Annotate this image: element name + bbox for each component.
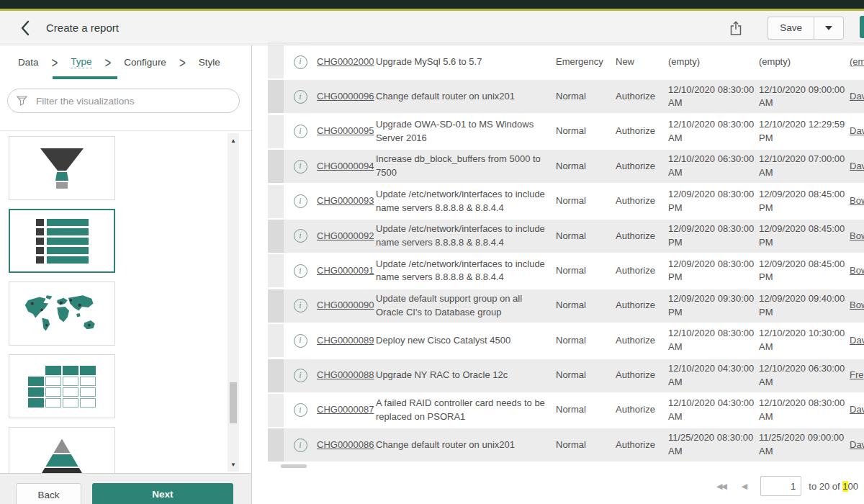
table-row: i CHG0000093 Update /etc/network/interfa… [268, 185, 864, 218]
table-row: i CHG0000087 A failed RAID controller ca… [268, 394, 864, 427]
step-type[interactable]: Type [71, 56, 91, 68]
assigned-to-link[interactable]: Bow [850, 299, 864, 312]
previous-page-icon[interactable]: ◀ [742, 482, 747, 491]
info-icon: i [294, 55, 307, 69]
share-icon [729, 20, 742, 36]
assigned-to-link[interactable]: Fre [850, 369, 864, 382]
change-number-link[interactable]: CHG0000089 [317, 334, 376, 348]
report-preview-table: i CHG0002000 Upgrade MySql 5.6 to 5.7 Em… [268, 42, 864, 463]
change-number-link[interactable]: CHG0000086 [317, 438, 376, 452]
info-icon: i [294, 299, 307, 312]
planned-end-date: 12/10/2020 06:30:00 AM [759, 362, 850, 390]
back-button[interactable]: Back [16, 483, 81, 504]
change-number-link[interactable]: CHG0000093 [317, 194, 376, 208]
funnel-chart-icon [36, 146, 88, 191]
viz-tile-funnel[interactable] [9, 136, 115, 200]
pyramid-chart-icon [38, 439, 86, 474]
short-description: Upgrade MySql 5.6 to 5.7 [376, 55, 556, 69]
change-type: Normal [556, 369, 616, 382]
row-info-button[interactable]: i [284, 403, 317, 417]
row-info-button[interactable]: i [284, 55, 317, 69]
step-data[interactable]: Data [18, 57, 39, 68]
viz-tile-list[interactable] [9, 209, 115, 273]
change-number-link[interactable]: CHG0000094 [317, 160, 376, 174]
planned-start-date: 12/10/2020 04:30:00 AM [668, 362, 759, 390]
row-info-button[interactable]: i [284, 264, 317, 278]
row-info-button[interactable]: i [284, 194, 317, 208]
assigned-to-link[interactable]: Bow [850, 230, 864, 243]
viz-tile-heatmap[interactable] [9, 354, 115, 418]
short-description: Increase db_block_buffers from 5000 to 7… [376, 153, 556, 180]
row-info-button[interactable]: i [284, 125, 317, 138]
planned-end-date: 12/09/2020 09:40:00 PM [759, 292, 850, 320]
change-state: Authorize [616, 438, 668, 452]
header-bar: Create a report Save [0, 11, 864, 45]
planned-end-date: 12/09/2020 08:45:00 PM [759, 188, 850, 215]
short-description: Deploy new Cisco Catalyst 4500 [376, 334, 556, 348]
change-state: Authorize [616, 160, 668, 174]
active-step-indicator [53, 76, 117, 79]
change-state: Authorize [616, 125, 668, 138]
assigned-to-link[interactable]: Dav [850, 334, 864, 348]
first-page-icon[interactable]: ◀◀ [716, 482, 726, 491]
row-info-button[interactable]: i [284, 90, 317, 104]
change-number-link[interactable]: CHG0000096 [317, 90, 376, 104]
change-type: Normal [556, 125, 616, 138]
change-number-link[interactable]: CHG0000087 [317, 403, 376, 417]
filter-visualizations-input[interactable] [35, 95, 230, 107]
assigned-to-link[interactable]: Dav [850, 90, 864, 104]
row-info-button[interactable]: i [284, 229, 317, 243]
viz-tile-pyramid[interactable] [9, 427, 115, 474]
row-info-button[interactable]: i [284, 369, 317, 382]
row-left-gutter [268, 254, 284, 287]
planned-end-date: 12/10/2020 10:30:00 AM [759, 327, 850, 354]
filter-funnel-icon [17, 95, 27, 107]
chevron-right-icon: > [52, 54, 58, 70]
row-info-button[interactable]: i [284, 334, 317, 348]
change-number-link[interactable]: CHG0000092 [317, 230, 376, 243]
change-number-link[interactable]: CHG0002000 [317, 55, 376, 69]
assigned-to-link[interactable]: Dav [850, 438, 864, 452]
assigned-to-link[interactable]: Dav [850, 160, 864, 174]
scrollbar-thumb[interactable] [230, 382, 237, 423]
change-state: Authorize [616, 264, 668, 278]
planned-end-date: 12/09/2020 08:45:00 PM [759, 222, 850, 250]
row-left-gutter [268, 150, 284, 183]
scroll-up-icon[interactable]: ▲ [228, 135, 239, 146]
row-info-button[interactable]: i [284, 299, 317, 312]
share-button[interactable] [727, 19, 744, 37]
viz-tile-map[interactable] [9, 282, 115, 346]
assigned-to-link[interactable]: (empty) [850, 55, 864, 69]
table-row: i CHG0000096 Change default router on un… [268, 80, 864, 113]
step-configure[interactable]: Configure [124, 57, 166, 68]
change-number-link[interactable]: CHG0000088 [317, 369, 376, 382]
change-number-link[interactable]: CHG0000090 [317, 299, 376, 312]
planned-start-date: 12/10/2020 04:30:00 AM [668, 397, 759, 424]
table-row: i CHG0002000 Upgrade MySql 5.6 to 5.7 Em… [268, 45, 864, 78]
change-state: Authorize [616, 299, 668, 312]
assigned-to-link[interactable]: Bow [850, 264, 864, 278]
planned-start-date: 11/25/2020 08:30:00 AM [668, 431, 759, 459]
row-info-button[interactable]: i [284, 160, 317, 174]
short-description: Update /etc/network/interfaces to includ… [376, 222, 556, 250]
chevron-right-icon: > [179, 54, 186, 70]
row-info-button[interactable]: i [284, 438, 317, 452]
scroll-down-icon[interactable]: ▼ [228, 459, 239, 470]
row-left-gutter [268, 324, 284, 357]
assigned-to-link[interactable]: Dav [850, 125, 864, 138]
change-number-link[interactable]: CHG0000095 [317, 125, 376, 138]
save-dropdown-button[interactable] [814, 17, 844, 40]
back-chevron-button[interactable] [17, 19, 33, 37]
assigned-to-link[interactable]: Bow [850, 194, 864, 208]
save-button[interactable]: Save [768, 17, 814, 40]
info-icon: i [294, 90, 307, 104]
next-button[interactable]: Next [92, 483, 233, 504]
page-number-input[interactable] [760, 476, 801, 496]
horizontal-scrollbar-thumb[interactable] [281, 464, 307, 468]
table-row: i CHG0000092 Update /etc/network/interfa… [268, 220, 864, 253]
assigned-to-link[interactable]: Dav [850, 403, 864, 417]
sidebar-scrollbar[interactable]: ▲ ▼ [228, 133, 239, 472]
change-number-link[interactable]: CHG0000091 [317, 264, 376, 278]
run-button-edge[interactable] [860, 16, 864, 38]
step-style[interactable]: Style [199, 57, 220, 68]
